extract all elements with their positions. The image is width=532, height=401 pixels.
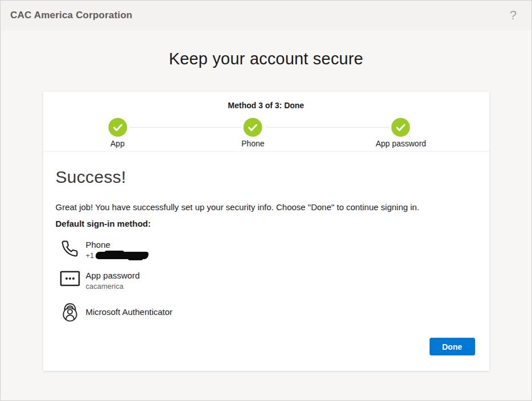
check-icon (391, 118, 410, 137)
step-app: App (108, 118, 127, 148)
method-list: Phone +1 (60, 240, 477, 322)
progress-steps: App Phone App password (43, 112, 489, 151)
page-title: Keep your account secure (1, 50, 531, 68)
method-label: App password (86, 271, 140, 281)
app-password-icon (60, 271, 80, 287)
step-phone: Phone (241, 118, 264, 148)
phone-icon (60, 240, 80, 257)
progress-title: Method 3 of 3: Done (43, 101, 489, 112)
step-label: App (110, 139, 125, 148)
check-icon (244, 118, 262, 137)
action-row: Done (56, 338, 477, 355)
method-row-phone: Phone +1 (60, 240, 477, 260)
method-row-app-password: App password cacamerica (60, 271, 477, 291)
phone-country-code: +1 (86, 251, 94, 260)
help-icon[interactable]: ? (508, 8, 519, 23)
organization-name: CAC America Corporation (10, 10, 133, 21)
method-label: Phone (86, 240, 149, 250)
step-connector (130, 127, 241, 128)
top-bar: CAC America Corporation ? (1, 1, 531, 30)
redacted-phone-number (96, 252, 149, 259)
success-panel: Success! Great job! You have successfull… (43, 167, 489, 371)
authenticator-icon (60, 301, 80, 322)
wizard-card: Method 3 of 3: Done App Phone (43, 92, 489, 371)
step-app-password: App password (376, 118, 426, 148)
success-message: Great job! You have successfully set up … (56, 202, 477, 213)
step-label: App password (376, 139, 426, 148)
step-connector (265, 127, 389, 128)
step-label: Phone (241, 139, 264, 148)
success-heading: Success! (56, 167, 477, 187)
method-row-authenticator: Microsoft Authenticator (60, 301, 477, 322)
method-value: +1 (86, 251, 149, 260)
method-label: Microsoft Authenticator (86, 307, 173, 317)
progress-header: Method 3 of 3: Done App Phone (43, 92, 489, 152)
check-icon (108, 118, 127, 137)
method-value: cacamerica (86, 281, 140, 291)
default-method-label: Default sign-in method: (56, 218, 477, 230)
app-window: CAC America Corporation ? Keep your acco… (0, 0, 532, 401)
done-button[interactable]: Done (430, 338, 475, 355)
